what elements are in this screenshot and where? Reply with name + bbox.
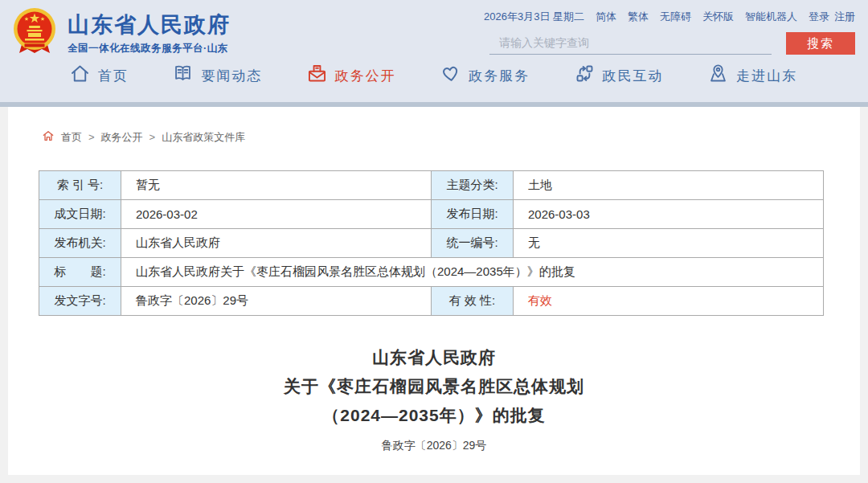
issuing-agency-value: 山东省人民政府 — [121, 229, 432, 258]
disclosure-mail-icon — [306, 63, 328, 88]
written-date-label: 成文日期: — [39, 200, 121, 229]
document-number-value: 鲁政字〔2026〕29号 — [121, 287, 432, 316]
unified-number-label: 统一编号: — [432, 229, 514, 258]
link-simplified[interactable]: 简体 — [596, 10, 616, 24]
search-button[interactable]: 搜索 — [786, 32, 855, 55]
issuing-agency-label: 发布机关: — [39, 229, 121, 258]
main-nav: 首页 要闻动态 — [0, 59, 868, 95]
site-subtitle: 全国一体化在线政务服务平台·山东 — [68, 42, 231, 55]
interaction-arrows-icon — [574, 63, 596, 88]
topic-category-value: 土地 — [514, 171, 824, 200]
site-header: 山东省人民政府 全国一体化在线政务服务平台·山东 2026年3月3日 星期二 简… — [0, 0, 868, 102]
written-date-value: 2026-03-02 — [121, 200, 432, 229]
breadcrumb-separator: > — [88, 131, 95, 143]
nav-item-interaction[interactable]: 政民互动 — [574, 63, 664, 88]
breadcrumb: 首页 > 政务公开 > 山东省政策文件库 — [42, 129, 860, 145]
link-accessibility[interactable]: 无障碍 — [660, 10, 691, 24]
document-number-label: 发文字号: — [39, 287, 121, 316]
validity-value: 有效 — [514, 287, 824, 316]
title-value: 山东省人民政府关于《枣庄石榴园风景名胜区总体规划（2024—2035年）》的批复 — [121, 258, 824, 287]
nav-label: 政民互动 — [603, 67, 664, 85]
link-login[interactable]: 登录 — [809, 10, 829, 24]
topic-category-label: 主题分类: — [432, 171, 514, 200]
nav-item-home[interactable]: 首页 — [69, 63, 129, 88]
nav-label: 走进山东 — [736, 67, 797, 85]
document-title-line: 关于《枣庄石榴园风景名胜区总体规划 — [8, 372, 860, 401]
breadcrumb-item-home[interactable]: 首页 — [61, 130, 82, 145]
table-row: 发文字号: 鲁政字〔2026〕29号 有 效 性: 有效 — [39, 287, 824, 316]
nav-label: 首页 — [98, 67, 129, 85]
site-title: 山东省人民政府 — [68, 11, 231, 39]
document-number: 鲁政字〔2026〕29号 — [8, 439, 860, 453]
current-date: 2026年3月3日 星期二 — [484, 10, 584, 24]
document-title-line: 山东省人民政府 — [8, 343, 860, 372]
nav-label: 政务公开 — [335, 67, 396, 85]
nav-label: 政务服务 — [469, 67, 530, 85]
link-traditional[interactable]: 繁体 — [628, 10, 649, 24]
home-icon — [69, 63, 91, 88]
map-pin-icon — [707, 63, 729, 88]
services-heart-icon — [440, 63, 461, 88]
nav-item-news[interactable]: 要闻动态 — [172, 63, 262, 88]
link-smart-robot[interactable]: 智能机器人 — [745, 10, 797, 24]
nav-item-services[interactable]: 政务服务 — [440, 63, 530, 88]
site-brand[interactable]: 山东省人民政府 全国一体化在线政务服务平台·山东 — [13, 6, 231, 59]
index-number-value: 暂无 — [121, 171, 432, 200]
unified-number-value: 无 — [514, 229, 824, 258]
top-utility-bar: 2026年3月3日 星期二 简体 繁体 无障碍 关怀版 智能机器人 登录 注册 — [489, 10, 855, 24]
table-row: 索 引 号: 暂无 主题分类: 土地 — [39, 171, 824, 200]
main-content: 首页 > 政务公开 > 山东省政策文件库 索 引 号: 暂无 主题分类: 土地 … — [8, 107, 860, 475]
document-title-line: （2024—2035年）》的批复 — [8, 401, 860, 430]
news-book-icon — [172, 63, 194, 88]
nav-item-shandong[interactable]: 走进山东 — [707, 63, 797, 88]
page: 山东省人民政府 全国一体化在线政务服务平台·山东 2026年3月3日 星期二 简… — [0, 0, 868, 483]
search-input[interactable] — [489, 32, 772, 55]
publish-date-label: 发布日期: — [432, 200, 514, 229]
document-heading: 山东省人民政府 关于《枣庄石榴园风景名胜区总体规划 （2024—2035年）》的… — [8, 343, 860, 453]
validity-label: 有 效 性: — [432, 287, 514, 316]
nav-label: 要闻动态 — [201, 67, 262, 85]
table-row: 标 题: 山东省人民政府关于《枣庄石榴园风景名胜区总体规划（2024—2035年… — [39, 258, 824, 287]
breadcrumb-item-policy-library[interactable]: 山东省政策文件库 — [162, 130, 245, 145]
index-number-label: 索 引 号: — [39, 171, 121, 200]
title-label: 标 题: — [39, 258, 121, 287]
national-emblem-logo — [13, 6, 56, 59]
document-metadata-table: 索 引 号: 暂无 主题分类: 土地 成文日期: 2026-03-02 发布日期… — [39, 170, 824, 316]
link-care-version[interactable]: 关怀版 — [702, 10, 734, 24]
nav-item-disclosure[interactable]: 政务公开 — [306, 63, 396, 88]
publish-date-value: 2026-03-03 — [514, 200, 824, 229]
table-row: 发布机关: 山东省人民政府 统一编号: 无 — [39, 229, 824, 258]
table-row: 成文日期: 2026-03-02 发布日期: 2026-03-03 — [39, 200, 824, 229]
link-register[interactable]: 注册 — [834, 10, 855, 24]
breadcrumb-separator: > — [149, 131, 156, 143]
breadcrumb-item-disclosure[interactable]: 政务公开 — [101, 130, 143, 145]
breadcrumb-home-icon — [42, 129, 55, 145]
